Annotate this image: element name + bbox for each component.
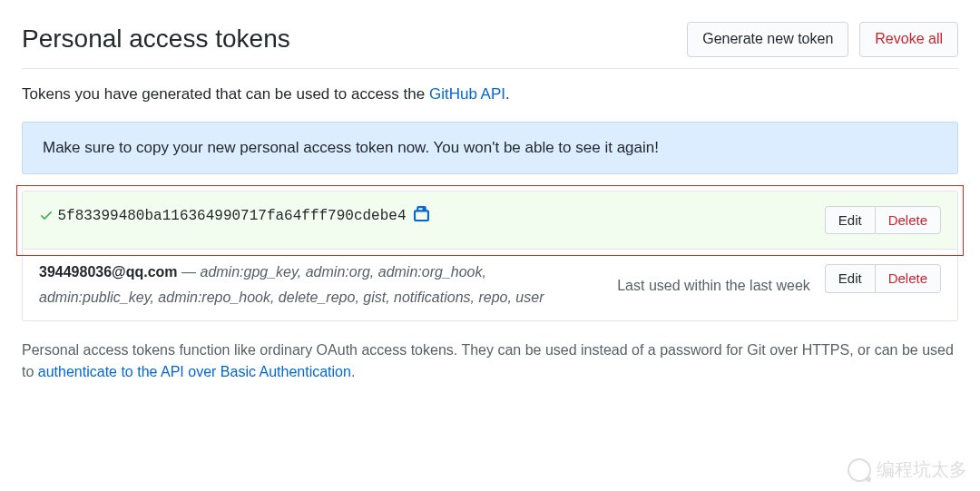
token-row-left: 5f83399480ba116364990717fa64fff790cdebe4 (39, 206, 818, 225)
generate-new-token-button[interactable]: Generate new token (687, 22, 848, 57)
footer-note: Personal access tokens function like ord… (22, 339, 958, 383)
copy-token-icon[interactable] (414, 206, 429, 225)
dash: — (181, 264, 200, 280)
header-buttons: Generate new token Revoke all (687, 22, 958, 57)
copy-warning-flash: Make sure to copy your new personal acce… (22, 122, 958, 174)
wechat-icon (848, 458, 871, 482)
new-token-value: 5f83399480ba116364990717fa64fff790cdebe4 (57, 207, 406, 223)
basic-auth-link[interactable]: authenticate to the API over Basic Authe… (38, 364, 351, 379)
watermark-text: 编程坑太多 (877, 457, 967, 482)
token-actions: Edit Delete (825, 206, 941, 235)
edit-token-button[interactable]: Edit (825, 206, 875, 235)
token-row-existing: 394498036@qq.com — admin:gpg_key, admin:… (23, 250, 957, 320)
token-name[interactable]: 394498036@qq.com (39, 264, 178, 280)
github-api-link[interactable]: GitHub API (429, 85, 505, 103)
token-actions: Edit Delete (825, 264, 941, 293)
intro-prefix: Tokens you have generated that can be us… (22, 85, 429, 103)
edit-token-button[interactable]: Edit (825, 264, 875, 293)
revoke-all-button[interactable]: Revoke all (859, 22, 958, 57)
check-icon (39, 208, 54, 222)
token-scopes-line1: admin:gpg_key, admin:org, admin:org_hook… (200, 264, 485, 280)
delete-token-button[interactable]: Delete (875, 264, 941, 293)
intro-text: Tokens you have generated that can be us… (22, 85, 958, 103)
token-row-new: 5f83399480ba116364990717fa64fff790cdebe4… (23, 191, 957, 250)
token-list: 5f83399480ba116364990717fa64fff790cdebe4… (22, 191, 958, 322)
footer-suffix: . (351, 364, 355, 379)
last-used-text: Last used within the last week (617, 278, 810, 294)
intro-suffix: . (505, 85, 510, 103)
delete-token-button[interactable]: Delete (875, 206, 941, 235)
watermark: 编程坑太多 (848, 457, 967, 482)
token-scopes-line2: admin:public_key, admin:repo_hook, delet… (39, 290, 610, 306)
token-row-left: 394498036@qq.com — admin:gpg_key, admin:… (39, 264, 610, 306)
header: Personal access tokens Generate new toke… (22, 22, 958, 69)
page-title: Personal access tokens (22, 25, 290, 54)
